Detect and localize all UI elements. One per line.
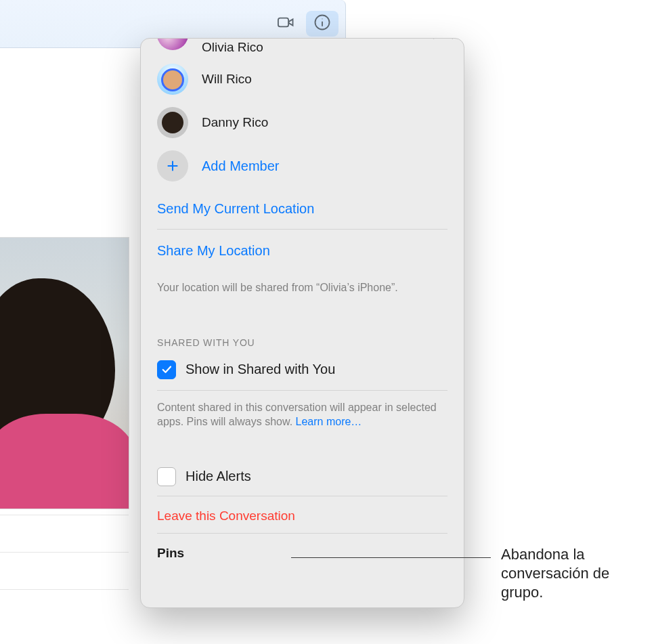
- learn-more-link[interactable]: Learn more…: [296, 416, 362, 427]
- show-shared-checkbox[interactable]: [157, 360, 176, 379]
- details-info-button[interactable]: [306, 11, 338, 37]
- toolbar: [269, 11, 338, 37]
- background-photo: [0, 237, 129, 509]
- svg-rect-0: [278, 18, 288, 27]
- member-name: Olivia Rico: [202, 40, 263, 55]
- hide-alerts-row[interactable]: Hide Alerts: [157, 467, 447, 496]
- member-row[interactable]: Danny Rico: [157, 101, 447, 144]
- avatar: [157, 107, 188, 138]
- callout-text: Abandona la conversación de grupo.: [501, 545, 650, 602]
- show-in-shared-with-you-row[interactable]: Show in Shared with You: [157, 358, 447, 390]
- svg-point-3: [322, 18, 322, 19]
- pins-section-label: Pins: [157, 534, 447, 566]
- callout-leader-line: [291, 557, 491, 558]
- hide-alerts-label: Hide Alerts: [185, 469, 251, 484]
- member-row[interactable]: Olivia Rico: [157, 38, 447, 58]
- facetime-video-button[interactable]: [269, 11, 302, 37]
- shared-with-you-section-label: SHARED WITH YOU: [157, 302, 447, 358]
- background-list-rows: [0, 515, 129, 626]
- info-icon: [313, 13, 332, 35]
- plus-icon: [157, 150, 188, 181]
- share-my-location-button[interactable]: Share My Location: [157, 230, 447, 271]
- member-name: Will Rico: [202, 72, 252, 87]
- shared-caption: Content shared in this conversation will…: [157, 391, 447, 436]
- member-row[interactable]: Will Rico: [157, 58, 447, 101]
- add-member-label: Add Member: [202, 158, 280, 174]
- leave-conversation-button[interactable]: Leave this Conversation: [157, 496, 447, 533]
- avatar: [157, 64, 188, 95]
- conversation-details-popover: Olivia Rico Will Rico Danny Rico Add Mem…: [140, 38, 464, 608]
- video-icon: [276, 13, 295, 35]
- avatar: [157, 38, 188, 50]
- member-name: Danny Rico: [202, 115, 268, 130]
- hide-alerts-checkbox[interactable]: [157, 467, 176, 486]
- add-member-button[interactable]: Add Member: [157, 144, 447, 188]
- send-my-location-button[interactable]: Send My Current Location: [157, 188, 447, 229]
- show-shared-label: Show in Shared with You: [185, 362, 335, 377]
- share-location-caption: Your location will be shared from “Olivi…: [157, 271, 447, 302]
